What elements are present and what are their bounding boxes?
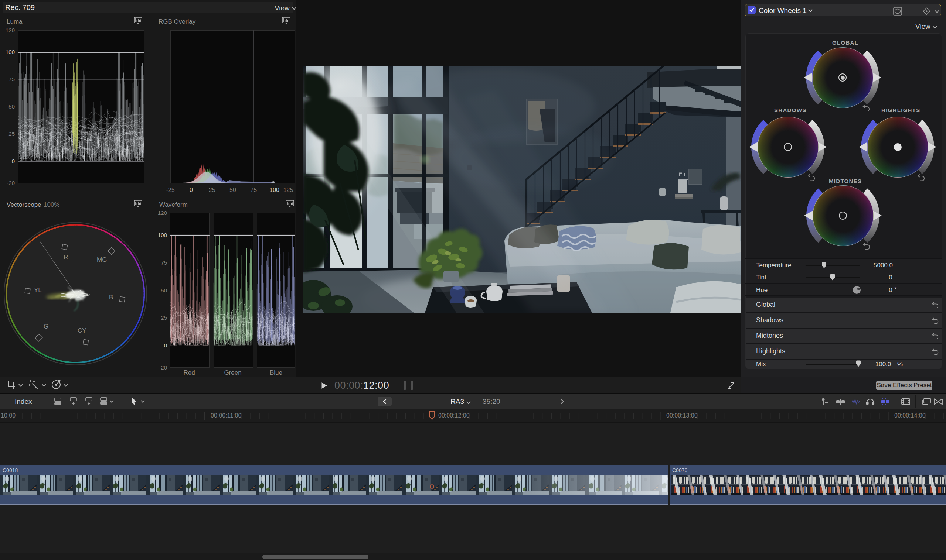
svg-text:C0076: C0076: [672, 467, 687, 473]
svg-text:CY: CY: [77, 327, 86, 334]
svg-text:C0018: C0018: [3, 467, 18, 473]
svg-text:B: B: [109, 294, 113, 301]
svg-text:R: R: [63, 254, 68, 261]
svg-text:YL: YL: [34, 286, 42, 294]
svg-text:MG: MG: [97, 256, 107, 263]
svg-text:G: G: [43, 323, 48, 330]
